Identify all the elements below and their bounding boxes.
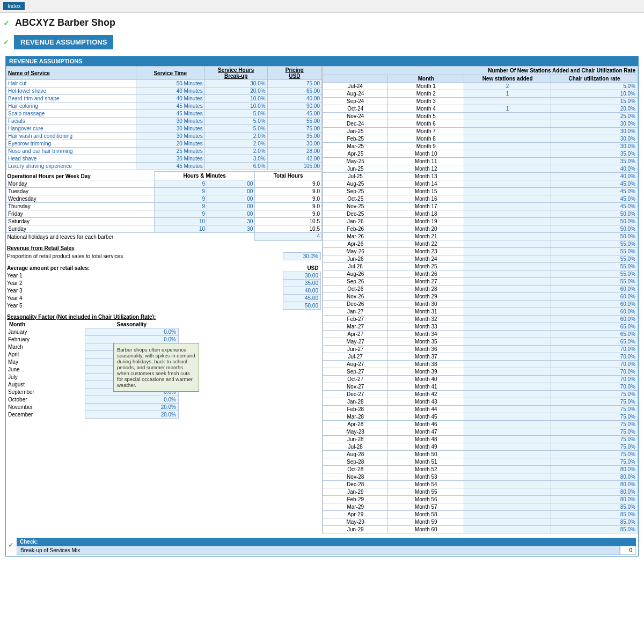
station-rate[interactable]: 65.0% — [551, 338, 638, 346]
station-rate[interactable]: 10.0% — [551, 90, 638, 98]
station-rate[interactable]: 30.0% — [551, 120, 638, 128]
station-new[interactable] — [464, 458, 551, 466]
station-rate[interactable]: 70.0% — [551, 383, 638, 391]
station-rate[interactable]: 15.0% — [551, 98, 638, 105]
service-price[interactable]: 75.00 — [267, 125, 321, 133]
service-time[interactable]: 50 Minutes — [136, 80, 204, 87]
station-rate[interactable]: 70.0% — [551, 353, 638, 361]
station-new[interactable] — [464, 496, 551, 503]
station-new[interactable] — [464, 218, 551, 225]
station-rate[interactable]: 45.0% — [551, 195, 638, 203]
season-value[interactable]: 20.0% — [85, 411, 178, 419]
station-new[interactable] — [464, 278, 551, 286]
service-time[interactable]: 30 Minutes — [136, 118, 204, 125]
station-new[interactable] — [464, 443, 551, 451]
station-new[interactable] — [464, 301, 551, 308]
station-new[interactable] — [464, 481, 551, 488]
station-rate[interactable]: 60.0% — [551, 286, 638, 293]
station-new[interactable] — [464, 331, 551, 338]
station-rate[interactable]: 75.0% — [551, 413, 638, 421]
station-rate[interactable]: 30.0% — [551, 128, 638, 135]
service-price[interactable]: 55.00 — [267, 118, 321, 125]
ops-hours[interactable]: 10 — [155, 217, 207, 225]
station-new[interactable] — [464, 428, 551, 436]
station-new[interactable] — [464, 451, 551, 458]
station-new[interactable] — [464, 376, 551, 383]
service-breakup[interactable]: 30.0% — [204, 80, 267, 87]
station-rate[interactable]: 50.0% — [551, 225, 638, 233]
year-value[interactable]: 35.00 — [283, 280, 321, 287]
station-new[interactable] — [464, 203, 551, 210]
ops-hours[interactable]: 9 — [155, 210, 207, 217]
station-rate[interactable]: 45.0% — [551, 180, 638, 188]
station-rate[interactable]: 70.0% — [551, 368, 638, 376]
service-price[interactable]: 40.00 — [267, 95, 321, 103]
service-price[interactable]: 105.00 — [267, 163, 321, 170]
station-new[interactable]: 2 — [464, 83, 551, 90]
retail-value[interactable]: 30.0% — [283, 253, 321, 260]
year-value[interactable]: 45.00 — [283, 295, 321, 302]
service-price[interactable]: 28.00 — [267, 148, 321, 155]
station-new[interactable] — [464, 120, 551, 128]
service-breakup[interactable]: 6.0% — [204, 163, 267, 170]
station-rate[interactable]: 75.0% — [551, 458, 638, 466]
station-new[interactable] — [464, 143, 551, 150]
station-rate[interactable]: 30.0% — [551, 143, 638, 150]
station-new[interactable] — [464, 518, 551, 526]
ops-hours[interactable]: 9 — [155, 195, 207, 202]
station-rate[interactable]: 75.0% — [551, 398, 638, 406]
service-price[interactable]: 35.00 — [267, 133, 321, 140]
ops-hours[interactable]: 9 — [155, 180, 207, 187]
station-rate[interactable]: 30.0% — [551, 135, 638, 143]
station-new[interactable] — [464, 248, 551, 255]
station-rate[interactable]: 80.0% — [551, 496, 638, 503]
station-new[interactable] — [464, 150, 551, 158]
station-new[interactable] — [464, 240, 551, 248]
station-rate[interactable]: 75.0% — [551, 451, 638, 458]
ops-mins[interactable]: 00 — [207, 187, 255, 195]
station-rate[interactable]: 45.0% — [551, 188, 638, 195]
service-price[interactable]: 90.00 — [267, 103, 321, 110]
service-price[interactable]: 42.00 — [267, 155, 321, 163]
service-time[interactable]: 45 Minutes — [136, 163, 204, 170]
station-rate[interactable]: 55.0% — [551, 278, 638, 286]
station-new[interactable] — [464, 488, 551, 496]
service-breakup[interactable]: 3.0% — [204, 155, 267, 163]
service-price[interactable]: 75.00 — [267, 80, 321, 87]
service-price[interactable]: 30.00 — [267, 140, 321, 148]
station-new[interactable] — [464, 398, 551, 406]
station-rate[interactable]: 35.0% — [551, 158, 638, 165]
station-rate[interactable]: 75.0% — [551, 436, 638, 443]
service-time[interactable]: 20 Minutes — [136, 140, 204, 148]
service-price[interactable]: 65.00 — [267, 87, 321, 95]
station-rate[interactable]: 80.0% — [551, 466, 638, 473]
station-rate[interactable]: 40.0% — [551, 173, 638, 180]
ops-hours[interactable]: 10 — [155, 225, 207, 232]
station-rate[interactable]: 60.0% — [551, 293, 638, 301]
station-rate[interactable]: 50.0% — [551, 233, 638, 240]
index-tab[interactable]: Index — [3, 2, 25, 10]
service-breakup[interactable]: 2.0% — [204, 133, 267, 140]
station-new[interactable] — [464, 225, 551, 233]
station-new[interactable] — [464, 391, 551, 398]
station-new[interactable] — [464, 210, 551, 218]
station-rate[interactable]: 80.0% — [551, 473, 638, 481]
service-time[interactable]: 30 Minutes — [136, 155, 204, 163]
station-new[interactable] — [464, 233, 551, 240]
service-time[interactable]: 30 Minutes — [136, 133, 204, 140]
station-new[interactable] — [464, 421, 551, 428]
station-rate[interactable]: 55.0% — [551, 248, 638, 255]
service-breakup[interactable]: 2.0% — [204, 148, 267, 155]
station-new[interactable] — [464, 466, 551, 473]
season-value[interactable]: 0.0% — [85, 396, 178, 404]
station-rate[interactable]: 55.0% — [551, 263, 638, 270]
station-new[interactable]: 1 — [464, 105, 551, 113]
station-rate[interactable]: 75.0% — [551, 428, 638, 436]
service-breakup[interactable]: 20.0% — [204, 87, 267, 95]
ops-mins[interactable]: 30 — [207, 225, 255, 232]
station-rate[interactable]: 75.0% — [551, 421, 638, 428]
station-new[interactable] — [464, 406, 551, 413]
station-new[interactable] — [464, 113, 551, 120]
ops-mins[interactable]: 00 — [207, 195, 255, 202]
service-time[interactable]: 40 Minutes — [136, 95, 204, 103]
